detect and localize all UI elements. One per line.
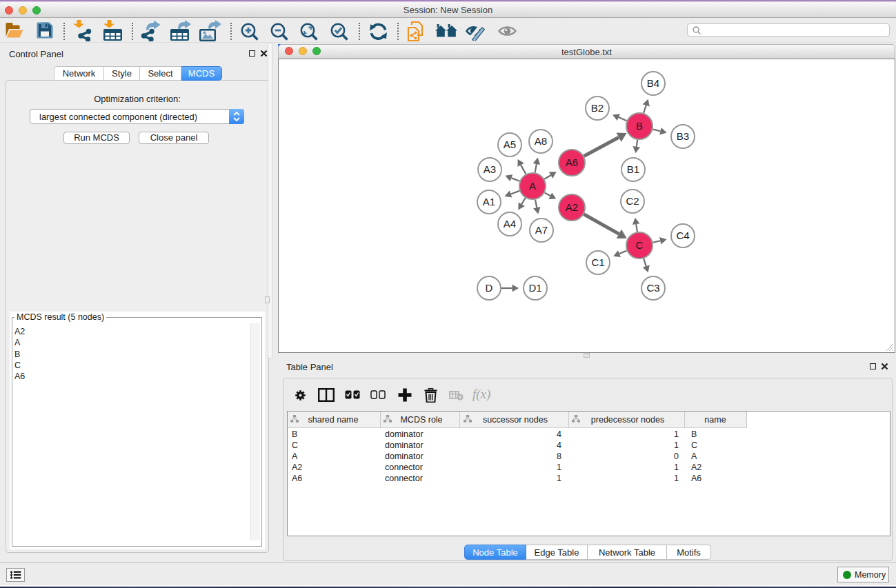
svg-text:A: A [529,180,536,192]
svg-text:D1: D1 [528,282,541,294]
svg-text:B1: B1 [627,163,639,175]
svg-text:A1: A1 [483,196,495,207]
svg-text:A7: A7 [535,224,548,236]
svg-text:A8: A8 [535,135,547,147]
svg-text:A6: A6 [566,156,578,168]
svg-text:A3: A3 [484,163,496,175]
svg-text:C1: C1 [591,256,604,268]
svg-text:C: C [636,239,644,251]
svg-text:C3: C3 [646,282,659,294]
svg-text:B3: B3 [677,130,689,142]
svg-text:C2: C2 [626,195,639,207]
svg-text:A5: A5 [504,139,516,150]
svg-text:B: B [636,120,643,132]
svg-text:C4: C4 [676,230,689,241]
svg-text:B4: B4 [647,77,659,89]
svg-text:D: D [486,282,493,294]
svg-text:A2: A2 [566,201,578,213]
svg-text:B2: B2 [591,102,604,114]
svg-text:A4: A4 [504,218,516,230]
